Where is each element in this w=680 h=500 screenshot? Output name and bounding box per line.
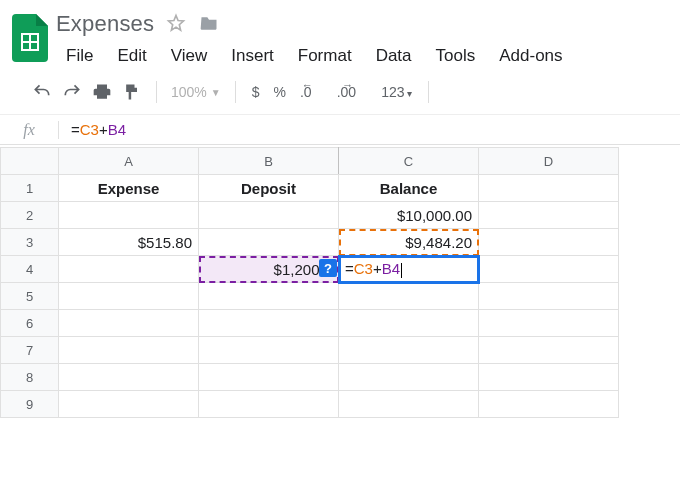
fx-label: fx — [0, 121, 58, 139]
cell-A6[interactable] — [59, 310, 199, 337]
col-header-D[interactable]: D — [479, 148, 619, 175]
cell-B1[interactable]: Deposit — [199, 175, 339, 202]
document-title[interactable]: Expenses — [56, 11, 154, 37]
col-header-B[interactable]: B — [199, 148, 339, 175]
increase-decimal-button[interactable]: .00→ — [331, 84, 373, 100]
cell-C1[interactable]: Balance — [339, 175, 479, 202]
cell-D9[interactable] — [479, 391, 619, 418]
star-icon[interactable] — [166, 13, 186, 36]
menu-file[interactable]: File — [56, 42, 103, 70]
redo-button[interactable] — [58, 78, 86, 106]
cell-B5[interactable] — [199, 283, 339, 310]
cell-C7[interactable] — [339, 337, 479, 364]
folder-icon[interactable] — [198, 13, 220, 36]
text-cursor — [401, 263, 402, 278]
cell-A3[interactable]: $515.80 — [59, 229, 199, 256]
cell-C3[interactable]: $9,484.20 — [339, 229, 479, 256]
cell-B9[interactable] — [199, 391, 339, 418]
row-header-3[interactable]: 3 — [1, 229, 59, 256]
cell-D3[interactable] — [479, 229, 619, 256]
cell-B4[interactable]: $1,200.0 — [199, 256, 339, 283]
cell-C4-editing[interactable]: ? =C3+B4 — [339, 256, 479, 283]
cell-C5[interactable] — [339, 283, 479, 310]
cell-B6[interactable] — [199, 310, 339, 337]
format-currency-button[interactable]: $ — [246, 84, 266, 100]
paint-format-button[interactable] — [118, 78, 146, 106]
row-header-1[interactable]: 1 — [1, 175, 59, 202]
menu-format[interactable]: Format — [288, 42, 362, 70]
row-header-4[interactable]: 4 — [1, 256, 59, 283]
menu-view[interactable]: View — [161, 42, 218, 70]
cell-D1[interactable] — [479, 175, 619, 202]
more-formats-dropdown[interactable]: 123 ▾ — [375, 84, 418, 100]
cell-A2[interactable] — [59, 202, 199, 229]
formula-input[interactable]: =C3+B4 — [59, 121, 680, 138]
cell-C2[interactable]: $10,000.00 — [339, 202, 479, 229]
menu-edit[interactable]: Edit — [107, 42, 156, 70]
menu-data[interactable]: Data — [366, 42, 422, 70]
cell-D4[interactable] — [479, 256, 619, 283]
cell-A4[interactable] — [59, 256, 199, 283]
row-header-8[interactable]: 8 — [1, 364, 59, 391]
cell-A8[interactable] — [59, 364, 199, 391]
zoom-value: 100% — [171, 84, 207, 100]
cell-C9[interactable] — [339, 391, 479, 418]
cell-B3[interactable] — [199, 229, 339, 256]
format-percent-button[interactable]: % — [268, 84, 292, 100]
cell-A7[interactable] — [59, 337, 199, 364]
row-header-5[interactable]: 5 — [1, 283, 59, 310]
cell-D7[interactable] — [479, 337, 619, 364]
cell-D8[interactable] — [479, 364, 619, 391]
cell-C8[interactable] — [339, 364, 479, 391]
row-header-2[interactable]: 2 — [1, 202, 59, 229]
decrease-decimal-button[interactable]: .0← — [294, 84, 329, 100]
dropdown-icon: ▾ — [404, 88, 412, 99]
cell-B2[interactable] — [199, 202, 339, 229]
menu-insert[interactable]: Insert — [221, 42, 284, 70]
print-button[interactable] — [88, 78, 116, 106]
zoom-dropdown[interactable]: 100% ▼ — [167, 84, 225, 100]
menu-addons[interactable]: Add-ons — [489, 42, 572, 70]
row-header-7[interactable]: 7 — [1, 337, 59, 364]
cell-B8[interactable] — [199, 364, 339, 391]
row-header-9[interactable]: 9 — [1, 391, 59, 418]
row-header-6[interactable]: 6 — [1, 310, 59, 337]
sheets-logo[interactable] — [8, 8, 52, 68]
col-header-A[interactable]: A — [59, 148, 199, 175]
undo-button[interactable] — [28, 78, 56, 106]
dropdown-icon: ▼ — [211, 87, 221, 98]
col-header-C[interactable]: C — [339, 148, 479, 175]
menu-tools[interactable]: Tools — [426, 42, 486, 70]
formula-help-icon[interactable]: ? — [319, 259, 337, 277]
cell-B7[interactable] — [199, 337, 339, 364]
cell-D5[interactable] — [479, 283, 619, 310]
select-all-corner[interactable] — [1, 148, 59, 175]
toolbar: 100% ▼ $ % .0← .00→ 123 ▾ — [0, 70, 680, 115]
cell-D6[interactable] — [479, 310, 619, 337]
formula-bar: fx =C3+B4 — [0, 115, 680, 145]
cell-A5[interactable] — [59, 283, 199, 310]
cell-C6[interactable] — [339, 310, 479, 337]
cell-A9[interactable] — [59, 391, 199, 418]
menu-bar: File Edit View Insert Format Data Tools … — [56, 38, 573, 70]
cell-D2[interactable] — [479, 202, 619, 229]
cell-A1[interactable]: Expense — [59, 175, 199, 202]
spreadsheet-grid: A B C D 1 Expense Deposit Balance 2 $10,… — [0, 147, 619, 418]
